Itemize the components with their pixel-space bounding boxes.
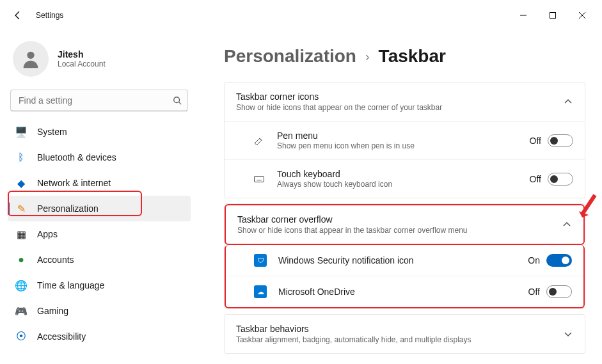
toggle-pen-menu[interactable] bbox=[548, 134, 573, 147]
pen-icon bbox=[250, 135, 268, 146]
cloud-icon: ☁ bbox=[254, 285, 267, 298]
section-title: Taskbar corner icons bbox=[236, 91, 442, 102]
chevron-down-icon bbox=[563, 329, 573, 339]
search-icon bbox=[173, 96, 182, 105]
sidebar-item-label: System bbox=[37, 127, 67, 137]
display-icon: 🖥️ bbox=[15, 126, 27, 138]
setting-desc: Show pen menu icon when pen is in use bbox=[277, 141, 415, 150]
sidebar-item-apps[interactable]: ▦Apps bbox=[8, 221, 191, 247]
section-title: Taskbar corner overflow bbox=[237, 214, 468, 225]
gamepad-icon: 🎮 bbox=[15, 305, 27, 317]
wifi-icon: ◆ bbox=[15, 177, 27, 189]
app-title: Settings bbox=[36, 11, 63, 20]
section-header[interactable]: Taskbar behaviors Taskbar alignment, bad… bbox=[225, 315, 585, 353]
section-corner-icons: Taskbar corner icons Show or hide icons … bbox=[224, 82, 585, 198]
svg-point-5 bbox=[174, 97, 180, 103]
sidebar-item-accounts[interactable]: ●Accounts bbox=[8, 247, 191, 273]
sidebar-item-time[interactable]: 🌐Time & language bbox=[8, 273, 191, 298]
page-title: Taskbar bbox=[379, 46, 446, 67]
sidebar-item-gaming[interactable]: 🎮Gaming bbox=[8, 298, 191, 324]
profile-name: Jitesh bbox=[58, 49, 106, 59]
section-title: Taskbar behaviors bbox=[236, 324, 471, 334]
sidebar-item-personalization[interactable]: ✎Personalization bbox=[8, 196, 191, 221]
setting-title: Windows Security notification icon bbox=[278, 255, 414, 265]
toggle-state: Off bbox=[528, 287, 540, 297]
toggle-state: Off bbox=[530, 136, 541, 146]
section-behaviors: Taskbar behaviors Taskbar alignment, bad… bbox=[224, 314, 585, 354]
setting-title: Pen menu bbox=[277, 131, 415, 141]
sidebar-item-label: Apps bbox=[37, 229, 58, 239]
shield-icon: 🛡 bbox=[254, 254, 267, 267]
back-button[interactable] bbox=[5, 3, 31, 28]
setting-onedrive: ☁ Microsoft OneDrive Off bbox=[226, 276, 583, 307]
minimize-button[interactable] bbox=[509, 5, 538, 26]
annotation-arrow bbox=[576, 192, 601, 224]
titlebar: Settings bbox=[0, 0, 602, 31]
setting-pen-menu: Pen menu Show pen menu icon when pen is … bbox=[225, 122, 585, 159]
toggle-touch-keyboard[interactable] bbox=[548, 173, 573, 186]
keyboard-icon bbox=[250, 173, 268, 185]
chevron-right-icon: › bbox=[365, 49, 370, 64]
svg-line-6 bbox=[179, 102, 182, 105]
setting-touch-keyboard: Touch keyboard Always show touch keyboar… bbox=[225, 159, 585, 198]
chevron-up-icon bbox=[563, 97, 573, 107]
toggle-windows-security[interactable] bbox=[546, 254, 572, 267]
bluetooth-icon: ᛒ bbox=[15, 152, 27, 163]
section-desc: Show or hide icons that appear on the co… bbox=[236, 103, 442, 112]
toggle-state: Off bbox=[530, 174, 541, 184]
setting-desc: Always show touch keyboard icon bbox=[277, 180, 392, 189]
sidebar-item-label: Bluetooth & devices bbox=[37, 152, 116, 162]
chevron-up-icon bbox=[562, 219, 572, 230]
globe-icon: 🌐 bbox=[15, 280, 27, 291]
sidebar-item-label: Accessibility bbox=[37, 331, 86, 342]
accessibility-icon: ⦿ bbox=[15, 331, 27, 342]
sidebar-item-accessibility[interactable]: ⦿Accessibility bbox=[8, 324, 191, 349]
sidebar-item-label: Time & language bbox=[37, 280, 104, 290]
sidebar-item-bluetooth[interactable]: ᛒBluetooth & devices bbox=[8, 145, 191, 170]
svg-rect-7 bbox=[255, 176, 264, 182]
setting-title: Microsoft OneDrive bbox=[278, 287, 355, 297]
section-corner-overflow: Taskbar corner overflow Show or hide ico… bbox=[224, 203, 585, 309]
main-content: Personalization › Taskbar Taskbar corner… bbox=[198, 31, 602, 364]
setting-windows-security: 🛡 Windows Security notification icon On bbox=[226, 245, 583, 276]
toggle-state: On bbox=[528, 255, 540, 265]
sidebar-item-system[interactable]: 🖥️System bbox=[8, 119, 191, 145]
close-button[interactable] bbox=[567, 5, 597, 26]
svg-point-4 bbox=[27, 52, 34, 59]
setting-title: Touch keyboard bbox=[277, 169, 392, 179]
window-controls bbox=[509, 5, 597, 26]
section-desc: Taskbar alignment, badging, automaticall… bbox=[236, 335, 471, 344]
section-desc: Show or hide icons that appear in the ta… bbox=[237, 226, 468, 235]
avatar bbox=[13, 41, 49, 77]
sidebar: Jitesh Local Account 🖥️System ᛒBluetooth… bbox=[0, 31, 198, 364]
nav-list: 🖥️System ᛒBluetooth & devices ◆Network &… bbox=[8, 119, 191, 349]
sidebar-item-network[interactable]: ◆Network & internet bbox=[8, 170, 191, 196]
sidebar-item-label: Gaming bbox=[37, 306, 68, 316]
sidebar-item-label: Network & internet bbox=[37, 178, 111, 188]
toggle-onedrive[interactable] bbox=[546, 285, 572, 298]
profile-type: Local Account bbox=[58, 59, 106, 68]
person-icon: ● bbox=[15, 254, 27, 265]
sidebar-item-label: Accounts bbox=[37, 255, 74, 265]
maximize-button[interactable] bbox=[538, 5, 567, 26]
section-header[interactable]: Taskbar corner icons Show or hide icons … bbox=[225, 83, 585, 121]
breadcrumb-parent[interactable]: Personalization bbox=[224, 46, 356, 67]
search-input[interactable] bbox=[10, 90, 188, 111]
svg-rect-1 bbox=[550, 13, 556, 19]
section-header[interactable]: Taskbar corner overflow Show or hide ico… bbox=[225, 204, 585, 245]
apps-icon: ▦ bbox=[15, 228, 27, 240]
breadcrumb: Personalization › Taskbar bbox=[224, 46, 585, 67]
sidebar-item-label: Personalization bbox=[37, 203, 99, 214]
profile-block[interactable]: Jitesh Local Account bbox=[8, 36, 191, 90]
brush-icon: ✎ bbox=[15, 203, 27, 214]
